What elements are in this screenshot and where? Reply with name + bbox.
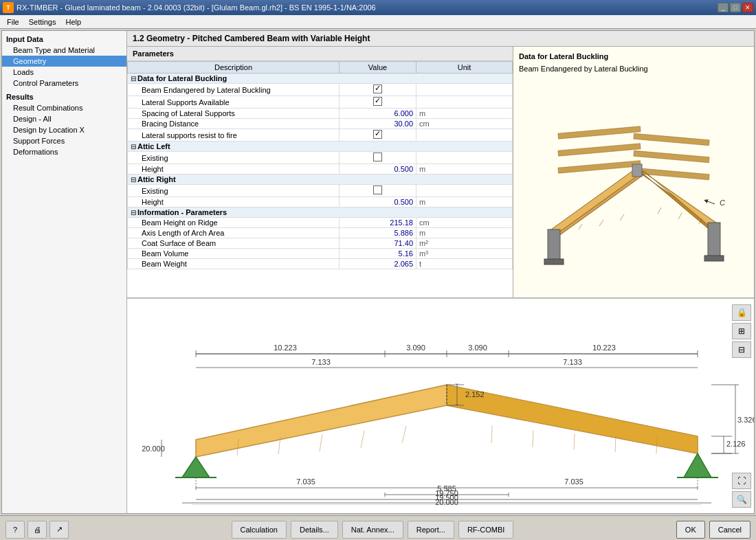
svg-rect-0 bbox=[531, 89, 737, 281]
svg-text:C: C bbox=[720, 199, 725, 207]
row-attic-left-existing: Existing bbox=[128, 152, 513, 164]
details-button[interactable]: Details... bbox=[291, 521, 338, 539]
diagram-btn-3[interactable]: ⊟ bbox=[732, 341, 751, 358]
row-bracing-distance: Bracing Distance 30.00 cm bbox=[128, 119, 513, 129]
col-unit: Unit bbox=[416, 62, 513, 74]
svg-rect-13 bbox=[704, 256, 724, 261]
export-button[interactable]: ↗ bbox=[49, 521, 69, 539]
sidebar-item-loads[interactable]: Loads bbox=[2, 67, 126, 78]
svg-rect-14 bbox=[632, 164, 642, 177]
row-attic-left-height: Height 0.500 m bbox=[128, 164, 513, 175]
svg-text:7.035: 7.035 bbox=[564, 477, 583, 486]
calculation-button[interactable]: Calculation bbox=[232, 521, 287, 539]
row-lateral-supports-available: Lateral Supports Available bbox=[128, 96, 513, 109]
svg-text:7.133: 7.133 bbox=[311, 358, 331, 366]
svg-rect-11 bbox=[544, 259, 564, 265]
group-lateral-buckling: ⊟Data for Lateral Buckling bbox=[128, 74, 513, 84]
content-area: 1.2 Geometry - Pitched Cambered Beam wit… bbox=[127, 31, 754, 513]
input-data-label: Input Data bbox=[2, 34, 126, 45]
sidebar-item-beam-type[interactable]: Beam Type and Material bbox=[2, 45, 126, 56]
col-description: Description bbox=[128, 62, 340, 74]
col-value: Value bbox=[340, 62, 416, 74]
sidebar-item-result-combinations[interactable]: Result Combinations bbox=[2, 102, 126, 113]
window-title: RX-TIMBER - Glued laminated beam - 2.04.… bbox=[16, 3, 376, 12]
main-container: Input Data Beam Type and Material Geomet… bbox=[1, 30, 755, 514]
svg-text:20.000: 20.000 bbox=[435, 498, 458, 505]
row-spacing-lateral: Spacing of Lateral Supports 6.000 m bbox=[128, 109, 513, 119]
svg-text:20.000: 20.000 bbox=[142, 445, 165, 453]
sidebar-item-geometry[interactable]: Geometry bbox=[2, 56, 126, 67]
svg-text:7.133: 7.133 bbox=[563, 358, 582, 366]
beam-3d-svg: C bbox=[531, 89, 737, 281]
row-attic-right-height: Height 0.500 m bbox=[128, 197, 513, 207]
sidebar: Input Data Beam Type and Material Geomet… bbox=[2, 31, 127, 513]
svg-text:2.152: 2.152 bbox=[465, 390, 485, 398]
bottom-left-buttons: ? 🖨 ↗ bbox=[5, 521, 69, 539]
checkbox-lateral-supports[interactable] bbox=[373, 97, 382, 106]
print-button[interactable]: 🖨 bbox=[27, 521, 47, 539]
maximize-button[interactable]: □ bbox=[730, 3, 741, 12]
group-attic-left: ⊟Attic Left bbox=[128, 142, 513, 152]
row-beam-weight: Beam Weight 2.065 t bbox=[128, 259, 513, 269]
diagram-btn-zoom-fit[interactable]: ⛶ bbox=[732, 473, 751, 489]
minimize-button[interactable]: _ bbox=[718, 3, 729, 12]
menu-file[interactable]: File bbox=[3, 16, 23, 27]
diagram-panel: 🔒 ⊞ ⊟ ⛶ 🔍 bbox=[127, 298, 754, 513]
close-button[interactable]: ✕ bbox=[742, 3, 753, 12]
sidebar-item-support-forces[interactable]: Support Forces bbox=[2, 135, 126, 146]
svg-text:10.223: 10.223 bbox=[592, 344, 616, 352]
page-title: 1.2 Geometry - Pitched Cambered Beam wit… bbox=[127, 31, 754, 47]
group-attic-right: ⊟Attic Right bbox=[128, 175, 513, 185]
svg-text:10.223: 10.223 bbox=[274, 344, 297, 352]
checkbox-attic-left-existing[interactable] bbox=[373, 153, 382, 161]
info-subtitle: Beam Endangered by Lateral Buckling bbox=[519, 65, 748, 73]
beam-illustration: C bbox=[519, 77, 748, 292]
params-title: Parameters bbox=[127, 47, 513, 61]
row-lateral-resist-fire: Lateral supports resist to fire bbox=[128, 129, 513, 142]
row-attic-right-existing: Existing bbox=[128, 185, 513, 197]
checkbox-beam-endangered[interactable] bbox=[373, 85, 382, 93]
nat-annex-button[interactable]: Nat. Annex... bbox=[342, 521, 403, 539]
checkbox-attic-right-existing[interactable] bbox=[373, 185, 382, 194]
diagram-btn-2[interactable]: ⊞ bbox=[732, 323, 751, 339]
cancel-button[interactable]: Cancel bbox=[709, 521, 751, 539]
checkbox-resist-fire[interactable] bbox=[373, 130, 382, 139]
row-beam-height-ridge: Beam Height on Ridge 215.18 cm bbox=[128, 218, 513, 228]
bottom-bar: ? 🖨 ↗ Calculation Details... Nat. Annex.… bbox=[0, 515, 756, 540]
svg-rect-12 bbox=[708, 223, 720, 260]
info-title: Data for Lateral Buckling bbox=[519, 52, 748, 60]
diagram-btn-zoom-in[interactable]: 🔍 bbox=[732, 491, 751, 508]
row-beam-endangered: Beam Endangered by Lateral Buckling bbox=[128, 84, 513, 96]
row-axis-length: Axis Length of Arch Area 5.886 m bbox=[128, 228, 513, 238]
report-button[interactable]: Report... bbox=[408, 521, 454, 539]
diagram-bottom-buttons: ⛶ 🔍 bbox=[732, 473, 751, 508]
menu-settings[interactable]: Settings bbox=[25, 16, 60, 27]
row-beam-volume: Beam Volume 5.16 m³ bbox=[128, 249, 513, 259]
params-panel: Parameters Description Value Unit bbox=[127, 47, 513, 297]
svg-text:3.090: 3.090 bbox=[468, 344, 487, 352]
info-panel: Data for Lateral Buckling Beam Endangere… bbox=[513, 47, 754, 297]
svg-text:3.326: 3.326 bbox=[737, 416, 754, 424]
beam-diagram-svg: 2.152 10.223 3.090 3.090 10.223 bbox=[134, 306, 754, 505]
ok-button[interactable]: OK bbox=[676, 521, 705, 539]
svg-text:3.090: 3.090 bbox=[406, 344, 425, 352]
params-body: Description Value Unit ⊟Data for Lateral… bbox=[127, 61, 513, 297]
diagram-btn-1[interactable]: 🔒 bbox=[732, 304, 751, 321]
title-bar: T RX-TIMBER - Glued laminated beam - 2.0… bbox=[0, 0, 756, 15]
group-info-params: ⊟Information - Parameters bbox=[128, 207, 513, 218]
sidebar-item-deformations[interactable]: Deformations bbox=[2, 146, 126, 157]
app-icon: T bbox=[3, 2, 14, 13]
sidebar-item-design-all[interactable]: Design - All bbox=[2, 113, 126, 124]
diagram-side-buttons: 🔒 ⊞ ⊟ bbox=[732, 304, 751, 358]
help-button[interactable]: ? bbox=[5, 521, 25, 539]
rf-combi-button[interactable]: RF-COMBI bbox=[458, 521, 513, 539]
top-panel: Parameters Description Value Unit bbox=[127, 47, 754, 298]
sidebar-item-design-by-location[interactable]: Design by Location X bbox=[2, 124, 126, 135]
menu-help[interactable]: Help bbox=[61, 16, 85, 27]
row-coat-surface: Coat Surface of Beam 71.40 m² bbox=[128, 238, 513, 249]
svg-text:7.035: 7.035 bbox=[296, 477, 315, 486]
params-table: Description Value Unit ⊟Data for Lateral… bbox=[127, 61, 513, 269]
menu-bar: File Settings Help bbox=[0, 15, 756, 29]
svg-text:2.126: 2.126 bbox=[726, 440, 746, 448]
sidebar-item-control-params[interactable]: Control Parameters bbox=[2, 78, 126, 89]
